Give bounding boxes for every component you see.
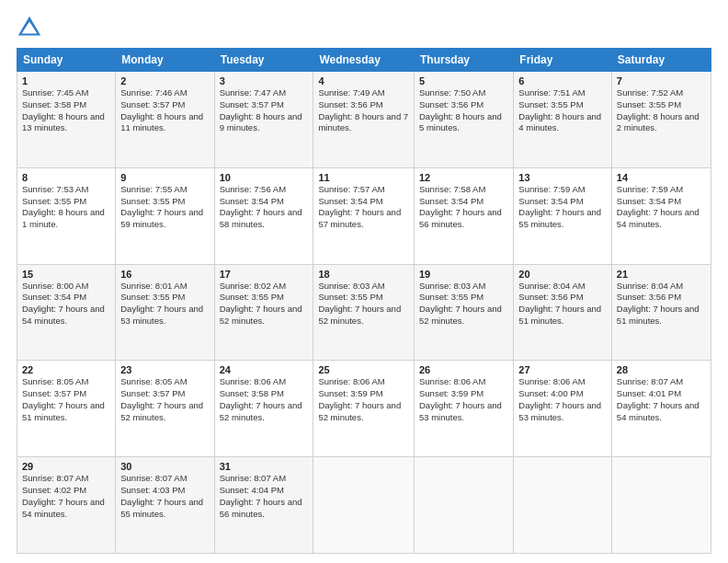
day-info: Sunrise: 8:07 AMSunset: 4:01 PMDaylight:… xyxy=(617,376,700,421)
day-number: 28 xyxy=(617,364,706,375)
calendar-week-row: 29 Sunrise: 8:07 AMSunset: 4:02 PMDaylig… xyxy=(17,457,711,554)
day-info: Sunrise: 8:07 AMSunset: 4:03 PMDaylight:… xyxy=(120,473,203,518)
day-number: 21 xyxy=(617,269,706,280)
day-number: 12 xyxy=(419,172,508,183)
day-number: 4 xyxy=(318,75,409,86)
calendar-week-row: 1 Sunrise: 7:45 AMSunset: 3:58 PMDayligh… xyxy=(17,72,711,168)
day-number: 22 xyxy=(22,364,110,375)
day-info: Sunrise: 8:01 AMSunset: 3:55 PMDaylight:… xyxy=(120,281,203,326)
calendar-day-cell xyxy=(514,457,612,554)
day-number: 23 xyxy=(120,364,209,375)
calendar-day-cell: 6 Sunrise: 7:51 AMSunset: 3:55 PMDayligh… xyxy=(514,72,612,168)
day-number: 24 xyxy=(220,364,309,375)
calendar-week-row: 15 Sunrise: 8:00 AMSunset: 3:54 PMDaylig… xyxy=(17,264,711,361)
logo-icon xyxy=(17,15,42,40)
calendar-day-cell: 18 Sunrise: 8:03 AMSunset: 3:55 PMDaylig… xyxy=(313,264,415,361)
day-number: 25 xyxy=(318,364,409,375)
day-number: 3 xyxy=(220,75,309,86)
day-info: Sunrise: 8:07 AMSunset: 4:02 PMDaylight:… xyxy=(22,473,105,518)
calendar-day-cell: 25 Sunrise: 8:06 AMSunset: 3:59 PMDaylig… xyxy=(313,361,415,457)
calendar-week-row: 22 Sunrise: 8:05 AMSunset: 3:57 PMDaylig… xyxy=(17,361,711,457)
calendar-day-cell xyxy=(415,457,514,554)
day-info: Sunrise: 8:04 AMSunset: 3:56 PMDaylight:… xyxy=(518,281,601,326)
day-number: 16 xyxy=(120,269,209,280)
calendar-day-cell: 27 Sunrise: 8:06 AMSunset: 4:00 PMDaylig… xyxy=(514,361,612,457)
weekday-header: Friday xyxy=(514,49,612,72)
weekday-header: Sunday xyxy=(17,49,116,72)
calendar-day-cell: 24 Sunrise: 8:06 AMSunset: 3:58 PMDaylig… xyxy=(214,361,313,457)
day-number: 11 xyxy=(318,172,409,183)
day-info: Sunrise: 8:02 AMSunset: 3:55 PMDaylight:… xyxy=(220,281,302,326)
day-number: 27 xyxy=(518,364,607,375)
day-info: Sunrise: 7:59 AMSunset: 3:54 PMDaylight:… xyxy=(617,184,700,229)
day-info: Sunrise: 8:07 AMSunset: 4:04 PMDaylight:… xyxy=(220,473,302,518)
calendar-day-cell: 2 Sunrise: 7:46 AMSunset: 3:57 PMDayligh… xyxy=(116,72,214,168)
day-info: Sunrise: 7:56 AMSunset: 3:54 PMDaylight:… xyxy=(220,184,302,229)
day-info: Sunrise: 7:58 AMSunset: 3:54 PMDaylight:… xyxy=(419,184,502,229)
day-info: Sunrise: 7:49 AMSunset: 3:56 PMDaylight:… xyxy=(318,87,408,132)
day-info: Sunrise: 8:06 AMSunset: 3:59 PMDaylight:… xyxy=(318,376,401,421)
calendar-day-cell: 14 Sunrise: 7:59 AMSunset: 3:54 PMDaylig… xyxy=(611,167,711,264)
day-info: Sunrise: 7:53 AMSunset: 3:55 PMDaylight:… xyxy=(22,184,105,229)
calendar-day-cell: 1 Sunrise: 7:45 AMSunset: 3:58 PMDayligh… xyxy=(17,72,116,168)
day-number: 30 xyxy=(120,461,209,472)
day-number: 1 xyxy=(22,75,110,86)
day-info: Sunrise: 8:06 AMSunset: 4:00 PMDaylight:… xyxy=(518,376,601,421)
day-number: 5 xyxy=(419,75,508,86)
day-number: 13 xyxy=(518,172,607,183)
day-number: 6 xyxy=(518,75,607,86)
day-info: Sunrise: 7:47 AMSunset: 3:57 PMDaylight:… xyxy=(220,87,302,132)
day-number: 31 xyxy=(220,461,309,472)
calendar-week-row: 8 Sunrise: 7:53 AMSunset: 3:55 PMDayligh… xyxy=(17,167,711,264)
day-number: 2 xyxy=(120,75,209,86)
weekday-header: Wednesday xyxy=(313,49,415,72)
day-info: Sunrise: 8:05 AMSunset: 3:57 PMDaylight:… xyxy=(22,376,105,421)
calendar-day-cell: 7 Sunrise: 7:52 AMSunset: 3:55 PMDayligh… xyxy=(611,72,711,168)
day-info: Sunrise: 7:57 AMSunset: 3:54 PMDaylight:… xyxy=(318,184,401,229)
calendar-day-cell: 4 Sunrise: 7:49 AMSunset: 3:56 PMDayligh… xyxy=(313,72,415,168)
calendar-day-cell: 5 Sunrise: 7:50 AMSunset: 3:56 PMDayligh… xyxy=(415,72,514,168)
calendar-day-cell xyxy=(313,457,415,554)
calendar-day-cell: 21 Sunrise: 8:04 AMSunset: 3:56 PMDaylig… xyxy=(611,264,711,361)
calendar-day-cell xyxy=(611,457,711,554)
calendar-table: SundayMondayTuesdayWednesdayThursdayFrid… xyxy=(17,48,711,554)
day-info: Sunrise: 7:50 AMSunset: 3:56 PMDaylight:… xyxy=(419,87,502,132)
day-number: 8 xyxy=(22,172,110,183)
calendar-day-cell: 17 Sunrise: 8:02 AMSunset: 3:55 PMDaylig… xyxy=(214,264,313,361)
calendar-day-cell: 10 Sunrise: 7:56 AMSunset: 3:54 PMDaylig… xyxy=(214,167,313,264)
page: SundayMondayTuesdayWednesdayThursdayFrid… xyxy=(0,0,728,563)
calendar-day-cell: 28 Sunrise: 8:07 AMSunset: 4:01 PMDaylig… xyxy=(611,361,711,457)
logo-area xyxy=(17,15,46,40)
calendar-day-cell: 12 Sunrise: 7:58 AMSunset: 3:54 PMDaylig… xyxy=(415,167,514,264)
calendar-day-cell: 15 Sunrise: 8:00 AMSunset: 3:54 PMDaylig… xyxy=(17,264,116,361)
day-number: 14 xyxy=(617,172,706,183)
calendar-day-cell: 31 Sunrise: 8:07 AMSunset: 4:04 PMDaylig… xyxy=(214,457,313,554)
day-number: 10 xyxy=(220,172,309,183)
day-info: Sunrise: 7:51 AMSunset: 3:55 PMDaylight:… xyxy=(518,87,601,132)
weekday-header: Tuesday xyxy=(214,49,313,72)
day-number: 7 xyxy=(617,75,706,86)
day-info: Sunrise: 8:00 AMSunset: 3:54 PMDaylight:… xyxy=(22,281,105,326)
calendar-day-cell: 19 Sunrise: 8:03 AMSunset: 3:55 PMDaylig… xyxy=(415,264,514,361)
calendar-day-cell: 13 Sunrise: 7:59 AMSunset: 3:54 PMDaylig… xyxy=(514,167,612,264)
calendar-day-cell: 26 Sunrise: 8:06 AMSunset: 3:59 PMDaylig… xyxy=(415,361,514,457)
day-info: Sunrise: 8:03 AMSunset: 3:55 PMDaylight:… xyxy=(318,281,401,326)
day-info: Sunrise: 8:05 AMSunset: 3:57 PMDaylight:… xyxy=(120,376,203,421)
header xyxy=(17,15,711,40)
day-info: Sunrise: 7:45 AMSunset: 3:58 PMDaylight:… xyxy=(22,87,105,132)
day-info: Sunrise: 8:06 AMSunset: 3:59 PMDaylight:… xyxy=(419,376,502,421)
day-number: 26 xyxy=(419,364,508,375)
weekday-header: Thursday xyxy=(415,49,514,72)
calendar-day-cell: 20 Sunrise: 8:04 AMSunset: 3:56 PMDaylig… xyxy=(514,264,612,361)
day-info: Sunrise: 8:03 AMSunset: 3:55 PMDaylight:… xyxy=(419,281,502,326)
calendar-day-cell: 16 Sunrise: 8:01 AMSunset: 3:55 PMDaylig… xyxy=(116,264,214,361)
day-info: Sunrise: 7:59 AMSunset: 3:54 PMDaylight:… xyxy=(518,184,601,229)
day-number: 18 xyxy=(318,269,409,280)
day-number: 20 xyxy=(518,269,607,280)
day-info: Sunrise: 7:55 AMSunset: 3:55 PMDaylight:… xyxy=(120,184,203,229)
day-info: Sunrise: 7:52 AMSunset: 3:55 PMDaylight:… xyxy=(617,87,700,132)
day-info: Sunrise: 7:46 AMSunset: 3:57 PMDaylight:… xyxy=(120,87,203,132)
weekday-header: Monday xyxy=(116,49,214,72)
calendar-day-cell: 11 Sunrise: 7:57 AMSunset: 3:54 PMDaylig… xyxy=(313,167,415,264)
calendar-day-cell: 3 Sunrise: 7:47 AMSunset: 3:57 PMDayligh… xyxy=(214,72,313,168)
